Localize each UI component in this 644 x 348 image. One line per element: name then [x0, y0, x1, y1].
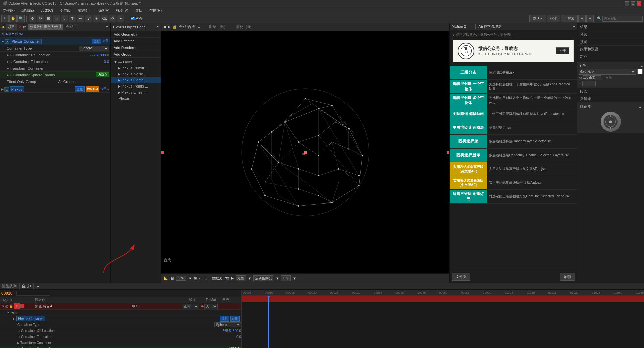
tool-brush[interactable]: 🖌	[85, 15, 92, 22]
tl-xy-stopwatch[interactable]: ⏱	[17, 329, 20, 333]
tl-playhead[interactable]	[268, 296, 269, 348]
tool-stamp[interactable]: ◈	[93, 15, 100, 22]
xy-value[interactable]: 565.5, 800.0	[89, 53, 109, 57]
plexus-forward-btn[interactable]: 去往	[103, 39, 109, 44]
prev-btn[interactable]: ◀	[163, 25, 166, 29]
tl-z-stopwatch[interactable]: ⏱	[17, 335, 20, 339]
expand-radius[interactable]: ▶	[7, 73, 9, 77]
plexus-sub-expand[interactable]: ▼	[12, 317, 15, 321]
expand-transform[interactable]: ▶	[7, 67, 9, 70]
tl-eye[interactable]: 👁	[1, 304, 5, 308]
z-value[interactable]: 0.0	[104, 60, 109, 64]
tl-solo[interactable]: ◎	[5, 304, 8, 308]
next-btn[interactable]: ▶	[168, 25, 170, 29]
info-section-info[interactable]: 信息	[577, 23, 644, 31]
preview-play[interactable]: ▶	[231, 276, 234, 280]
tool-ellipse[interactable]: ○	[61, 15, 68, 22]
tree-plexus[interactable]: Plexus	[111, 95, 161, 101]
maximize-btn[interactable]: □	[631, 1, 635, 6]
tl-xy-value[interactable]: 565.5, 800.0	[222, 329, 241, 333]
minimize-btn[interactable]: _	[625, 1, 629, 6]
plexus-link2[interactable]: 蓝框	[75, 86, 85, 92]
ws-menu1[interactable]: ≡	[578, 15, 586, 22]
preview-grid[interactable]: ⊞	[204, 276, 207, 280]
panel-menu-icon[interactable]: ≡	[106, 25, 108, 29]
expand-z[interactable]: ▶	[7, 60, 9, 63]
plexus-forward2[interactable]: 去于...	[100, 86, 109, 92]
tree-container[interactable]: ▶ Plexus Conta...	[111, 77, 161, 83]
effects-expand[interactable]: ▼	[7, 311, 10, 314]
tl-transform-expand[interactable]: ▶	[17, 341, 20, 345]
script-btn-1[interactable]: 选择层创建 一个空物体	[450, 80, 487, 93]
preview-camera-btn[interactable]: 活动摄像机	[253, 275, 273, 281]
menu-comp[interactable]: 合成(C)	[39, 8, 54, 13]
register-badge[interactable]: Register	[86, 86, 99, 92]
tab-effects[interactable]: 效果控件 黑色 纯色 4	[28, 24, 64, 30]
tool-rect[interactable]: ▭	[53, 15, 60, 22]
tool-pen[interactable]: ✒	[77, 15, 84, 22]
tl-search[interactable]	[16, 291, 50, 296]
tracking-input[interactable]	[582, 81, 596, 86]
script-btn-7[interactable]: 实用表达式集高级版 （英文版AE）	[450, 162, 487, 176]
tab-project[interactable]: 项目	[6, 24, 17, 30]
tl-plexus-badge[interactable]: 蓝框	[220, 316, 229, 322]
tool-text[interactable]: T	[69, 15, 76, 22]
script-btn-9[interactable]: 所选三维层 创建灯光	[450, 190, 487, 203]
ws-standard[interactable]: 标准	[547, 15, 560, 22]
script-btn-4[interactable]: 单独渲染 所选图层	[450, 121, 487, 134]
tool-erase[interactable]: ⌫	[101, 15, 108, 22]
script-btn-6[interactable]: 随机选择显示	[450, 149, 487, 162]
layer-parent[interactable]: 无	[204, 304, 218, 309]
search-input[interactable]	[602, 16, 643, 22]
folder-btn[interactable]: 文件夹	[452, 273, 470, 281]
tool-move[interactable]: ✛	[29, 15, 36, 22]
add-group-btn[interactable]: Add Group	[111, 51, 161, 58]
expand-plexus2[interactable]: ▶	[1, 88, 4, 91]
script-btn-3[interactable]: 图层阵列 偏移动画	[450, 107, 487, 121]
tool-select[interactable]: ↖	[1, 15, 9, 22]
tool-puppet[interactable]: ✦	[117, 15, 124, 22]
radius-value[interactable]: 300.0	[96, 72, 109, 77]
tl-time[interactable]: 00010	[1, 291, 12, 296]
plexus-panel-menu[interactable]: ≡	[157, 25, 159, 29]
z-stopwatch[interactable]: ⏱	[10, 60, 13, 63]
menu-effects[interactable]: 效果(T)	[77, 8, 92, 13]
font-color-swatch[interactable]	[637, 69, 643, 74]
tracker-menu[interactable]: ≡	[639, 105, 641, 109]
timeline-menu[interactable]: ≡	[37, 284, 39, 288]
comp-tab[interactable]: 合成 4	[66, 24, 76, 30]
radius-stopwatch[interactable]: ⏱	[10, 73, 13, 77]
tl-lock[interactable]: 🔒	[9, 304, 13, 308]
font-size-input[interactable]	[583, 75, 601, 80]
preview-views-arrow[interactable]: ▼	[293, 276, 297, 280]
tool-scale[interactable]: ⊞	[45, 15, 52, 22]
tl-layer-1-name[interactable]: 黑色 纯色 4	[34, 304, 130, 309]
tree-primitives[interactable]: ▶ Plexus Primiti...	[111, 65, 161, 71]
tree-points[interactable]: ▶ Plexus Points ...	[111, 83, 161, 89]
preview-camera-arrow[interactable]: ▼	[275, 276, 279, 280]
info-section-audio[interactable]: 音频	[577, 31, 644, 38]
tool-roto[interactable]: ⟳	[109, 15, 116, 22]
tree-noise[interactable]: ▶ Plexus Noise ...	[111, 71, 161, 77]
layer-mode[interactable]: 正常	[182, 304, 199, 309]
script-btn-2[interactable]: 选择层创建 多个空物体	[450, 94, 487, 107]
preview-zoom-btn[interactable]: 50%	[176, 276, 186, 281]
ws-menu2[interactable]: ≡	[586, 15, 594, 22]
info-section-para[interactable]: 段落	[577, 88, 644, 95]
window-controls[interactable]: _ □ ×	[625, 1, 641, 6]
info-section-shaker[interactable]: 摇篮器	[577, 95, 644, 103]
menu-animation[interactable]: 动画(A)	[96, 8, 111, 13]
align-checkbox[interactable]: 对齐	[131, 16, 143, 21]
font-select[interactable]: 华文行楷	[579, 69, 636, 75]
add-effector-btn[interactable]: Add Effector	[111, 38, 161, 44]
about-btn[interactable]: 关于	[556, 47, 569, 54]
menu-view[interactable]: 视图(V)	[115, 8, 130, 13]
char-menu[interactable]: ≡	[641, 64, 643, 68]
tool-hand[interactable]: ✋	[9, 15, 17, 22]
preview-zoom-arrow[interactable]: ▼	[188, 276, 192, 280]
preview-views-btn[interactable]: 1 个	[281, 275, 290, 281]
script-btn-8[interactable]: 实用表达式集高级版 （中文版AE）	[450, 176, 487, 189]
tool-rotate[interactable]: ↻	[37, 15, 44, 22]
preview-fit[interactable]: ⊞	[194, 276, 197, 280]
preview-region[interactable]: ▭	[199, 276, 202, 280]
